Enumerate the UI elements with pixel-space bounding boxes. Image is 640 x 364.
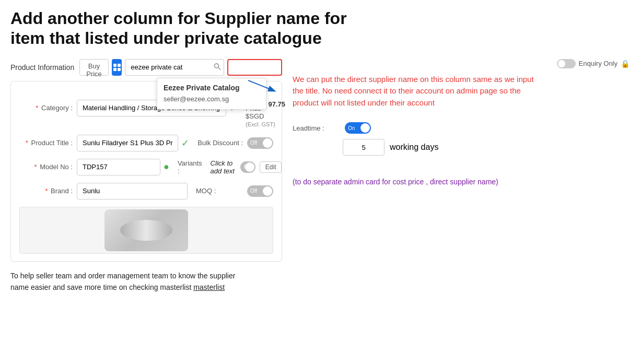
- required-star-brand: *: [45, 187, 48, 195]
- product-image-area: [19, 207, 273, 254]
- enquiry-only-icon: 🔒: [621, 60, 630, 68]
- required-star-title: *: [26, 139, 28, 147]
- leadtime-days-input[interactable]: [343, 139, 385, 156]
- enquiry-only-label: Enquiry Only: [579, 60, 618, 67]
- annotation-purple-text: (to do separate admin card for cost pric…: [293, 177, 533, 187]
- leadtime-label: Leadtime :: [293, 124, 340, 132]
- enquiry-only-toggle[interactable]: [557, 59, 576, 68]
- brand-row: * Brand : MOQ : Off: [19, 183, 273, 199]
- required-star-category: *: [36, 104, 38, 112]
- enquiry-only-toggle-group: Enquiry Only 🔒: [557, 59, 630, 68]
- svg-rect-2: [113, 68, 117, 71]
- working-days-label: working days: [390, 143, 438, 152]
- eezee-search-wrapper: [125, 59, 224, 76]
- bulk-discount-row: Bulk Discount : Off: [197, 137, 273, 149]
- right-column: Enquiry Only 🔒 We can put the direct sup…: [293, 59, 630, 188]
- moq-knob: [263, 186, 272, 196]
- leadtime-on-label: On: [348, 125, 355, 131]
- suggestion-catalog-email: seller@eezee.com.sg: [157, 94, 266, 106]
- product-info-label: Product Information: [10, 63, 74, 72]
- masterlist-link[interactable]: masterlist: [193, 283, 225, 291]
- svg-rect-3: [118, 68, 121, 71]
- model-no-row: * Model No : ● Variants : Click to add t…: [19, 159, 273, 175]
- leadtime-section: Leadtime : On working days: [293, 117, 630, 166]
- eezee-search-input[interactable]: [125, 59, 224, 76]
- moq-toggle[interactable]: Off: [247, 185, 273, 197]
- svg-rect-0: [113, 64, 117, 67]
- bulk-discount-knob: [263, 138, 272, 148]
- moq-row: MOQ : Off: [196, 185, 273, 197]
- brand-label: * Brand :: [19, 187, 77, 195]
- annotation-red-text: We can put the direct supplier name on t…: [293, 74, 543, 109]
- enquiry-only-area: Enquiry Only 🔒: [293, 59, 630, 68]
- leadtime-days-row: working days: [343, 139, 630, 156]
- supplier-name-input-box[interactable]: [227, 59, 282, 76]
- leadtime-knob: [360, 123, 370, 133]
- product-title-check-icon: ✓: [181, 137, 189, 149]
- bottom-description: To help seller team and order management…: [10, 270, 251, 293]
- variants-toggle[interactable]: Off: [240, 161, 255, 173]
- product-title-input[interactable]: [77, 135, 178, 151]
- brand-input[interactable]: [77, 183, 188, 199]
- base-price-value: 97.75: [268, 100, 285, 108]
- grid-icon-button[interactable]: [112, 59, 122, 76]
- product-title-label: * Product Title :: [19, 139, 77, 147]
- svg-line-6: [248, 80, 274, 91]
- model-no-label: * Model No :: [19, 163, 77, 171]
- moq-label: MOQ :: [196, 187, 243, 195]
- svg-rect-1: [118, 64, 121, 67]
- moq-off-label: Off: [250, 188, 257, 194]
- variants-knob: [245, 162, 254, 172]
- bulk-discount-label: Bulk Discount :: [197, 139, 243, 147]
- model-no-check-icon: ●: [164, 161, 169, 172]
- svg-point-4: [215, 64, 219, 68]
- variants-label: Variants :: [178, 159, 206, 175]
- variants-click-to-add[interactable]: Click to add text: [211, 159, 237, 175]
- leadtime-toggle[interactable]: On: [345, 122, 371, 134]
- variants-row: Variants : Click to add text Off Edit: [178, 159, 282, 175]
- leadtime-row: Leadtime : On: [293, 122, 630, 134]
- category-label: * Category :: [19, 104, 77, 112]
- variants-edit-button[interactable]: Edit: [260, 161, 282, 173]
- required-star-model: *: [34, 163, 37, 171]
- arrow-annotation: [248, 78, 280, 96]
- bulk-discount-off-label: Off: [250, 140, 257, 146]
- bulk-discount-toggle[interactable]: Off: [247, 137, 273, 149]
- buy-price-button[interactable]: Buy Price: [79, 59, 109, 76]
- page-title: Add another column for Supplier name for…: [10, 8, 376, 49]
- svg-line-5: [218, 67, 220, 69]
- excl-gst-label: (Excl. GST): [246, 121, 275, 127]
- model-no-input[interactable]: [77, 159, 160, 175]
- product-image: [104, 209, 188, 251]
- product-title-row: * Product Title : ✓ Bulk Discount : Off: [19, 135, 273, 151]
- search-icon-button[interactable]: [214, 63, 221, 72]
